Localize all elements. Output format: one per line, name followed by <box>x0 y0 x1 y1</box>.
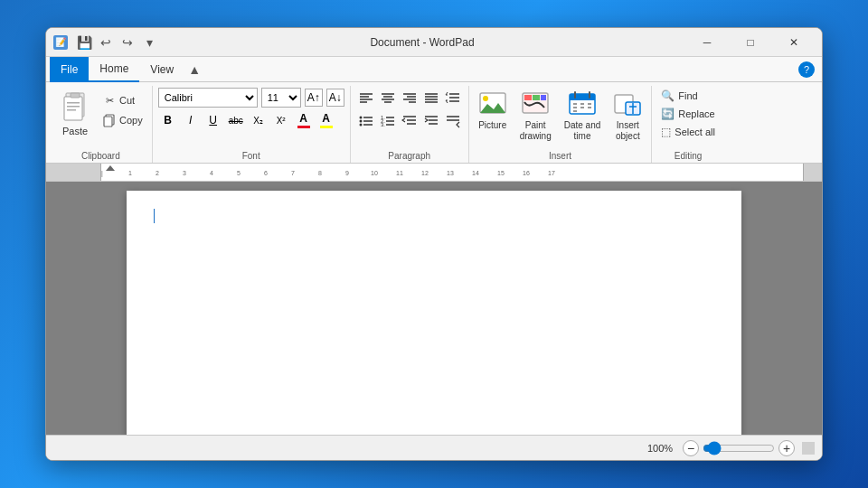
bold-button[interactable]: B <box>158 110 178 130</box>
zoom-slider[interactable] <box>703 441 775 455</box>
font-grow-btn[interactable]: A↑ <box>305 89 323 107</box>
align-left-btn[interactable] <box>356 88 376 108</box>
window-title: Document - WordPad <box>158 36 686 49</box>
svg-rect-53 <box>541 95 546 100</box>
clipboard-group: Paste ✂ Cut <box>50 86 153 163</box>
svg-text:3.: 3. <box>381 122 385 127</box>
svg-rect-7 <box>104 117 112 127</box>
italic-button[interactable]: I <box>181 110 201 130</box>
zoom-percentage: 100% <box>647 443 679 454</box>
superscript-button[interactable]: X² <box>271 110 291 130</box>
zoom-in-btn[interactable]: + <box>778 440 795 456</box>
svg-text:|: | <box>101 170 103 177</box>
font-color-button[interactable]: A <box>294 110 314 130</box>
close-button[interactable]: ✕ <box>773 29 815 56</box>
save-quick-btn[interactable]: 💾 <box>75 33 93 52</box>
maximize-button[interactable]: □ <box>730 29 771 56</box>
document-area[interactable] <box>46 182 822 435</box>
svg-text:17: 17 <box>548 170 555 176</box>
line-spacing-btn[interactable] <box>443 88 463 108</box>
font-color-bar <box>297 126 310 128</box>
svg-rect-1 <box>64 97 82 120</box>
redo-quick-btn[interactable]: ↪ <box>118 33 137 52</box>
svg-rect-4 <box>67 106 80 108</box>
select-all-button[interactable]: ⬚ Select all <box>657 124 719 140</box>
insert-group-label: Insert <box>475 151 646 163</box>
tab-file[interactable]: File <box>50 57 89 82</box>
svg-point-29 <box>359 120 362 123</box>
undo-quick-btn[interactable]: ↩ <box>97 33 115 52</box>
bullet-list-btn[interactable] <box>356 110 376 130</box>
minimize-button[interactable]: ─ <box>686 29 728 56</box>
svg-text:14: 14 <box>472 170 479 176</box>
ruler: | 1 2 3 4 5 6 7 8 9 10 11 12 13 14 15 16 <box>46 164 822 182</box>
copy-icon <box>102 113 117 127</box>
paste-icon <box>59 89 91 126</box>
svg-text:10: 10 <box>371 170 378 176</box>
decrease-indent-btn[interactable] <box>400 110 420 130</box>
svg-text:16: 16 <box>523 170 530 176</box>
select-all-icon: ⬚ <box>661 126 671 138</box>
paint-drawing-button[interactable]: Paintdrawing <box>516 88 555 144</box>
font-size-select[interactable]: 11 <box>261 88 301 108</box>
insert-object-label: Insertobject <box>616 120 640 142</box>
highlight-color-button[interactable]: A <box>316 110 336 130</box>
font-shrink-btn[interactable]: A↓ <box>326 89 344 107</box>
cut-button[interactable]: ✂ Cut <box>99 91 146 109</box>
editing-group-content: 🔍 Find 🔄 Replace ⬚ Select all <box>657 88 719 151</box>
insert-group: Picture Paintdrawing <box>469 86 653 163</box>
svg-rect-5 <box>67 109 76 111</box>
rtl-ltr-btn[interactable] <box>443 110 463 130</box>
paragraph-group-label: Paragraph <box>356 151 463 163</box>
ruler-inner: | 1 2 3 4 5 6 7 8 9 10 11 12 13 14 15 16 <box>46 164 822 181</box>
paragraph-row1 <box>356 88 463 108</box>
zoom-out-btn[interactable]: − <box>683 440 699 456</box>
wordpad-window: 📝 💾 ↩ ↪ ▾ Document - WordPad ─ □ ✕ File … <box>45 27 823 461</box>
svg-text:5: 5 <box>237 170 241 176</box>
highlight-color-label: A <box>322 112 330 125</box>
svg-text:8: 8 <box>318 170 322 176</box>
numbered-list-btn[interactable]: 1.2.3. <box>378 110 398 130</box>
font-family-select[interactable]: Calibri <box>158 88 258 108</box>
document-page[interactable] <box>127 191 741 435</box>
tab-view[interactable]: View <box>139 57 184 82</box>
strikethrough-button[interactable]: abc <box>226 110 246 130</box>
highlight-color-bar <box>320 126 333 128</box>
clipboard-content: Paste ✂ Cut <box>55 88 146 151</box>
copy-button[interactable]: Copy <box>99 111 146 129</box>
insert-object-button[interactable]: Insertobject <box>609 88 646 144</box>
ruler-white: | 1 2 3 4 5 6 7 8 9 10 11 12 13 14 15 16 <box>100 164 804 181</box>
picture-button[interactable]: Picture <box>475 88 511 133</box>
justify-btn[interactable] <box>421 88 441 108</box>
date-time-button[interactable]: Date andtime <box>561 88 605 144</box>
paint-drawing-icon <box>521 89 550 118</box>
help-button[interactable]: ? <box>798 61 815 78</box>
paste-button[interactable]: Paste <box>55 88 95 138</box>
insert-group-content: Picture Paintdrawing <box>475 88 646 151</box>
quick-access-toolbar: 📝 💾 ↩ ↪ ▾ <box>53 33 158 52</box>
underline-button[interactable]: U <box>203 110 223 130</box>
date-time-icon <box>568 89 597 118</box>
ribbon-tabs: File Home View ▲ ? <box>46 57 822 82</box>
increase-indent-btn[interactable] <box>421 110 441 130</box>
replace-button[interactable]: 🔄 Replace <box>657 106 719 122</box>
replace-icon: 🔄 <box>661 108 675 120</box>
ribbon-collapse-btn[interactable]: ▲ <box>184 62 204 77</box>
paragraph-group: 1.2.3. Paragraph <box>351 86 469 163</box>
scroll-corner <box>802 442 815 455</box>
svg-point-27 <box>359 117 362 119</box>
align-right-btn[interactable] <box>400 88 420 108</box>
quick-access-dropdown[interactable]: ▾ <box>140 33 158 52</box>
date-time-label: Date andtime <box>564 120 601 142</box>
paragraph-row2: 1.2.3. <box>356 110 463 130</box>
insert-object-icon <box>613 89 642 118</box>
svg-text:7: 7 <box>291 170 295 176</box>
find-button[interactable]: 🔍 Find <box>657 88 719 104</box>
window-controls: ─ □ ✕ <box>686 29 815 56</box>
subscript-button[interactable]: X₂ <box>249 110 269 130</box>
font-row1: Calibri 11 A↑ A↓ <box>158 88 344 108</box>
status-bar: 100% − + <box>46 435 822 460</box>
svg-point-48 <box>483 96 488 101</box>
align-center-btn[interactable] <box>378 88 398 108</box>
tab-home[interactable]: Home <box>89 57 139 82</box>
